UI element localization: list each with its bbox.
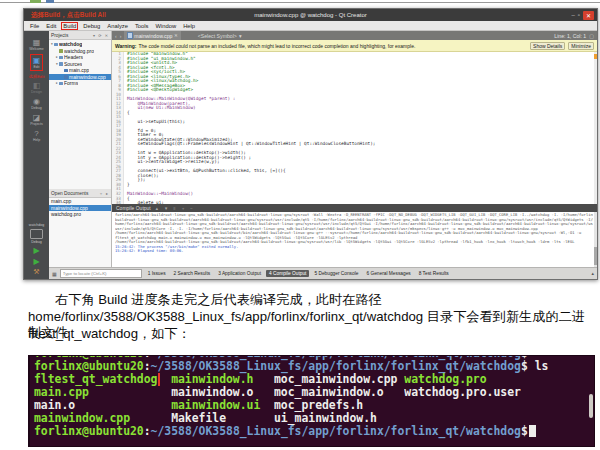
terminal-file-cell: mainwindow.h — [171, 373, 274, 386]
terminal-file-cell: moc_mainwindow.o — [274, 386, 404, 399]
output-pane-button-2[interactable]: 2 Search Results — [171, 270, 214, 277]
expand-output-icon[interactable]: ▴ — [592, 271, 594, 276]
menu-item-window[interactable]: Window — [156, 23, 177, 29]
menu-item-tools[interactable]: Tools — [135, 23, 149, 29]
mode-edit[interactable]: ▣Edit — [30, 54, 44, 71]
terminal-file-cell: moc_mainwindow.cpp — [274, 373, 404, 386]
panel-header-icons[interactable]: ▾ ⟳ ✕ — [93, 33, 109, 38]
edit-mode-icon: ▣ — [33, 56, 41, 65]
code-text: setWindowFlags(Qt::FramelessWindowHint |… — [124, 142, 375, 147]
show-details-button[interactable]: Show Details — [530, 42, 565, 50]
tree-item-label: watchdog.pro — [64, 48, 94, 54]
debug-mode-icon: ◉ — [33, 97, 40, 106]
dir-icon — [59, 56, 63, 60]
output-pane-button-4[interactable]: 4 Compile Output — [266, 270, 309, 277]
terminal-file-cell: main.cpp — [34, 386, 171, 399]
menu-item-debug[interactable]: Debug — [83, 23, 100, 29]
prompt-segment: : — [144, 359, 151, 373]
mode-help[interactable]: ?Help — [33, 129, 40, 142]
mode-design[interactable]: ◧Design — [31, 81, 42, 94]
output-pane-button-1[interactable]: 1 Issues — [145, 270, 169, 277]
open-documents-list: main.cppmainwindow.cppwatchdog.pro — [49, 198, 111, 218]
dir-icon — [59, 82, 63, 86]
debug-run-button[interactable]: ▶ — [33, 257, 39, 266]
menu-item-help[interactable]: Help — [183, 23, 195, 29]
prompt-segment: ~/3588/OK3588_Linux_fs/app/forlinx/forli… — [151, 424, 521, 438]
terminal-file-row: main.omainwindow.uimoc_predefs.h — [34, 399, 594, 412]
tab-close-icon[interactable]: ✕ — [174, 33, 178, 38]
tab-mainwindow-cpp[interactable]: mainwindow.cpp ✕ — [124, 31, 180, 40]
output-pane-button-3[interactable]: 3 Application Output — [215, 270, 264, 277]
editor-column: ‹ › mainwindow.cpp ✕ <Select Symbol> ▾ — [112, 31, 597, 267]
panel-header-icons[interactable]: ＋ ▸ — [99, 191, 109, 196]
terminal-scrollbar-thumb[interactable] — [589, 394, 593, 418]
code-model-warning-bar: Warning: The code model could not parse … — [112, 40, 597, 52]
output-pane-button-6[interactable]: 6 General Messages — [363, 270, 413, 277]
close-button[interactable]: ✕ — [583, 11, 594, 20]
tree-item-forms[interactable]: ▸Forms — [49, 80, 111, 87]
highlighted-file-name: fltest_qt_watchdog — [34, 373, 157, 386]
open-documents-header: Open Documents ＋ ▸ — [49, 189, 111, 198]
locator-input[interactable] — [60, 269, 142, 278]
terminal-file-cell: mainwindow.o — [171, 386, 274, 399]
warning-mark — [594, 54, 597, 59]
open-doc-watchdog-pro[interactable]: watchdog.pro — [49, 211, 111, 218]
maximize-button[interactable]: ▫ — [578, 11, 580, 19]
status-bar: ▦ 1 Issues2 Search Results3 Application … — [49, 267, 597, 279]
code-text: #include <QDesktopWidget> — [124, 88, 193, 93]
back-icon[interactable]: ‹ — [115, 33, 117, 39]
projects-sidebar: Projects ▾ ⟳ ✕ ▾watchdog watchdog.pro▸He… — [49, 31, 112, 267]
compile-output-pane[interactable]: forlinx/aarch64-buildroot-linux-gnu_sdk-… — [112, 212, 597, 267]
body-text-line: 右下角 Build 进度条走完之后代表编译完成，此时在路径 — [28, 292, 588, 308]
pro-icon — [59, 49, 63, 53]
sidebar-toggle-icon[interactable]: ▦ — [52, 271, 57, 277]
forward-icon[interactable]: › — [120, 33, 122, 39]
menu-item-build[interactable]: Build — [61, 22, 78, 30]
output-pane-button-8[interactable]: 8 Test Results — [416, 270, 452, 277]
mode-label: Welcome — [29, 47, 44, 51]
terminal-cursor[interactable] — [529, 425, 536, 437]
terminal-prompt-line: forlinx@ubuntu20:~/3588/OK3588_Linux_fs/… — [34, 360, 594, 373]
run-button[interactable]: ▶ — [33, 246, 39, 255]
mode-welcome[interactable]: ▦Welcome — [29, 38, 44, 51]
minimize-button[interactable]: – — [572, 11, 575, 19]
menu-item-analyze[interactable]: Analyze — [107, 23, 128, 29]
file-name: mainwindow.h — [171, 373, 253, 386]
compile-output-scrollbar[interactable] — [594, 212, 597, 267]
file-name: mainwindow.o — [171, 386, 253, 399]
file-name: moc_mainwindow.o — [274, 386, 384, 399]
code-text: delete ui; — [124, 201, 164, 204]
welcome-mode-icon: ▦ — [33, 38, 41, 47]
window-title: mainwindow.cpp @ watchdog - Qt Creator — [24, 12, 597, 18]
symbol-selector[interactable]: <Select Symbol> ▾ — [198, 33, 242, 39]
document-page: 选择Build，点击Build All mainwindow.cpp @ wat… — [0, 0, 600, 450]
output-pane-button-5[interactable]: 5 Debugger Console — [311, 270, 361, 277]
split-editor-icon[interactable]: ▢ — [589, 33, 594, 39]
chevron-down-icon: ▾ — [239, 33, 242, 39]
compile-output-toolbar-icons[interactable]: ▲ ▼ ≡ ＋ − — [155, 206, 195, 211]
tree-item-label: main.cpp — [69, 67, 89, 73]
prompt-segment: $ — [521, 359, 528, 373]
clipped-content-artifact — [46, 0, 54, 3]
window-controls: – ▫ ✕ — [572, 11, 597, 20]
terminal-file-cell: fltest_qt_watchdog — [34, 373, 171, 386]
tab-label: mainwindow.cpp — [134, 33, 172, 39]
minimize-warning-button[interactable]: Minimize — [568, 42, 594, 50]
mode-red-annotation: 选择Edit — [29, 74, 45, 79]
mode-label: Projects — [30, 122, 43, 126]
build-hammer-icon[interactable]: ⚒ — [33, 268, 39, 276]
projects-panel-header: Projects ▾ ⟳ ✕ — [49, 31, 111, 40]
mode-debug[interactable]: ◉Debug — [31, 97, 41, 110]
scrollbar-thumb[interactable] — [594, 247, 597, 265]
menu-item-file[interactable]: File — [30, 23, 39, 29]
mode-label: Debug — [31, 106, 41, 110]
terminal-window[interactable]: forlinx@ubuntu20:~/3588/OK3588_Linux_fs/… — [28, 355, 595, 447]
symbol-selector-label: <Select Symbol> — [198, 33, 237, 39]
dir-icon — [59, 62, 63, 66]
code-editor[interactable]: 1#include "mainwindow.h"2#include "ui_ma… — [112, 52, 597, 204]
terminal-file-row: main.cppmainwindow.omoc_mainwindow.owatc… — [34, 386, 594, 399]
kit-selector[interactable]: watchdogDebug — [29, 223, 44, 244]
menu-item-edit[interactable]: Edit — [46, 23, 56, 29]
editor-scrollbar[interactable] — [594, 52, 597, 204]
mode-projects[interactable]: ◪Projects — [30, 113, 43, 126]
